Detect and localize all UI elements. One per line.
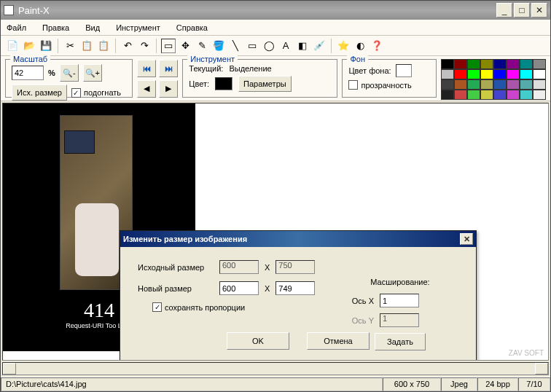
paste-icon[interactable]: 📋 [96,39,111,53]
help-icon[interactable]: ❓ [370,39,384,53]
rect-icon[interactable]: ▭ [245,39,259,53]
palette-swatch[interactable] [493,79,507,90]
resize-dialog: Изменить размер изображения ✕ Исходный р… [120,230,477,361]
new-width-input[interactable] [219,281,259,295]
next-icon[interactable]: ▶ [159,80,178,98]
zoom-reset-button[interactable]: Исх. размер [12,85,67,101]
canvas-area[interactable]: 414 Request-URI Too Long Изменить размер… [2,103,549,361]
palette-swatch[interactable] [533,90,546,100]
maximize-button[interactable]: □ [514,3,530,17]
tool-params-button[interactable]: Параметры [238,76,292,92]
color-palette [441,59,546,98]
copy-icon[interactable]: 📋 [79,39,94,53]
bg-legend: Фон [347,55,368,63]
palette-swatch[interactable] [520,79,533,90]
undo-icon[interactable]: ↶ [120,39,135,53]
fill-icon[interactable]: 🪣 [211,39,226,53]
scroll-right-icon[interactable] [535,363,548,375]
palette-swatch[interactable] [493,90,507,100]
palette-swatch[interactable] [441,79,454,90]
dialog-close-button[interactable]: ✕ [460,233,473,245]
palette-swatch[interactable] [520,59,533,69]
palette-swatch[interactable] [520,69,533,79]
zoom-panel: Масштаб % 🔍- 🔍+ Исх. размер ✓ подогнать [5,59,133,98]
axis-x-label: Ось X [342,297,374,305]
option-panels: Масштаб % 🔍- 🔍+ Исх. размер ✓ подогнать … [1,56,550,101]
cut-icon[interactable]: ✂ [63,39,77,53]
palette-swatch[interactable] [533,69,546,79]
zoom-in-button[interactable]: 🔍+ [83,64,102,82]
picker-icon[interactable]: 💉 [312,39,327,53]
palette-swatch[interactable] [520,90,533,100]
palette-swatch[interactable] [507,90,520,100]
nav-panel: ⏮ ⏭ ◀ ▶ [137,59,178,98]
bg-trans-checkbox[interactable]: прозрачность [348,80,430,90]
fg-color-swatch[interactable] [215,77,232,90]
fit-checkbox[interactable]: ✓ подогнать [71,88,121,98]
h-scrollbar[interactable] [2,362,549,375]
tool-current: Выделение [229,64,271,73]
close-button[interactable]: ✕ [531,3,547,17]
last-icon[interactable]: ⏭ [159,60,178,77]
palette-swatch[interactable] [454,90,467,100]
zoom-out-button[interactable]: 🔍- [60,64,79,82]
palette-swatch[interactable] [533,79,546,90]
eraser-icon[interactable]: ◧ [295,39,310,53]
palette-swatch[interactable] [480,69,493,79]
status-format: Jpeg [441,377,477,391]
palette-swatch[interactable] [533,59,546,69]
minimize-button[interactable]: _ [496,3,512,17]
palette-swatch[interactable] [493,59,507,69]
palette-swatch[interactable] [467,90,480,100]
zoom-input[interactable] [12,66,44,80]
pencil-icon[interactable]: ✎ [195,39,209,53]
ellipse-icon[interactable]: ◯ [262,39,276,53]
move-icon[interactable]: ✥ [178,39,192,53]
redo-icon[interactable]: ↷ [137,39,152,53]
menu-file[interactable]: Файл [7,23,26,32]
keep-ratio-checkbox[interactable]: ✓ сохранять пропорции [152,302,245,312]
status-bpp: 24 bpp [477,377,518,391]
menu-edit[interactable]: Правка [42,23,69,32]
scale-x-input[interactable] [380,294,419,307]
text-icon[interactable]: A [278,39,293,53]
scale-legend: Масширование: [342,278,458,286]
palette-swatch[interactable] [467,59,480,69]
first-icon[interactable]: ⏮ [137,60,156,77]
palette-swatch[interactable] [467,69,480,79]
palette-swatch[interactable] [507,79,520,90]
new-size-label: Новый размер [138,284,214,293]
new-icon[interactable]: 📄 [5,39,20,53]
palette-swatch[interactable] [467,79,480,90]
watermark: ZAV SOFT [509,349,544,357]
dialog-titlebar[interactable]: Изменить размер изображения ✕ [120,231,476,247]
menu-tool[interactable]: Инструмент [116,23,160,32]
effect-icon[interactable]: ◐ [353,39,367,53]
scroll-left-icon[interactable] [3,363,16,375]
palette-swatch[interactable] [454,69,467,79]
palette-swatch[interactable] [480,59,493,69]
palette-swatch[interactable] [507,59,520,69]
ok-button[interactable]: OK [227,332,289,350]
save-icon[interactable]: 💾 [39,39,53,53]
palette-swatch[interactable] [480,79,493,90]
menu-view[interactable]: Вид [85,23,100,32]
palette-swatch[interactable] [507,69,520,79]
bg-color-swatch[interactable] [396,64,412,77]
palette-swatch[interactable] [454,59,467,69]
menu-help[interactable]: Справка [176,23,208,32]
palette-swatch[interactable] [441,90,454,100]
line-icon[interactable]: ╲ [228,39,243,53]
bg-trans-label: прозрачность [361,81,411,90]
open-icon[interactable]: 📂 [22,39,36,53]
palette-swatch[interactable] [441,69,454,79]
palette-swatch[interactable] [493,69,507,79]
star-icon[interactable]: ⭐ [336,39,351,53]
new-height-input[interactable] [276,281,315,295]
select-icon[interactable]: ▭ [161,39,176,53]
set-scale-button[interactable]: Задать [375,333,426,350]
palette-swatch[interactable] [480,90,493,100]
palette-swatch[interactable] [454,79,467,90]
palette-swatch[interactable] [441,59,454,69]
prev-icon[interactable]: ◀ [137,80,156,98]
